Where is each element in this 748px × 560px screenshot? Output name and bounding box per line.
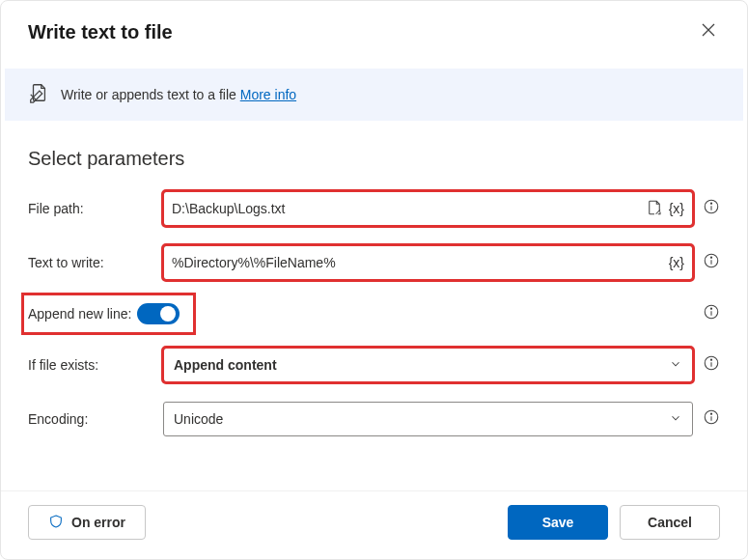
if-file-exists-value: Append content	[174, 357, 277, 373]
more-info-link[interactable]: More info	[240, 87, 296, 102]
svg-point-5	[710, 257, 711, 258]
variable-picker-icon[interactable]: {x}	[669, 255, 684, 270]
field-if-file-exists: Append content	[163, 348, 720, 382]
label-append-new-line: Append new line:	[28, 306, 131, 322]
svg-point-14	[710, 413, 711, 414]
parameters-section: File path: D:\Backup\Logs.txt {x} Text t…	[1, 178, 747, 490]
field-file-path: D:\Backup\Logs.txt {x}	[163, 191, 720, 226]
encoding-value: Unicode	[174, 411, 223, 427]
append-new-line-toggle[interactable]	[137, 303, 180, 324]
close-button[interactable]	[697, 18, 720, 45]
text-to-write-input[interactable]: %Directory%\%FileName% {x}	[163, 245, 693, 280]
dialog-footer: On error Save Cancel	[1, 490, 747, 559]
row-if-file-exists: If file exists: Append content	[28, 338, 720, 392]
svg-point-8	[710, 308, 711, 309]
dialog-title: Write text to file	[28, 21, 173, 43]
info-icon[interactable]	[703, 303, 720, 324]
write-text-dialog: Write text to file Write or appends text…	[0, 0, 748, 560]
on-error-button[interactable]: On error	[28, 505, 146, 540]
cancel-label: Cancel	[648, 515, 692, 530]
field-text-to-write: %Directory%\%FileName% {x}	[163, 245, 720, 280]
row-file-path: File path: D:\Backup\Logs.txt {x}	[28, 182, 720, 236]
shield-icon	[48, 514, 64, 532]
chevron-down-icon	[669, 357, 682, 374]
close-icon	[701, 22, 716, 38]
info-banner: Write or appends text to a file More inf…	[5, 69, 743, 121]
chevron-down-icon	[669, 411, 682, 428]
text-to-write-value: %Directory%\%FileName%	[172, 255, 663, 270]
cancel-button[interactable]: Cancel	[620, 505, 720, 540]
row-encoding: Encoding: Unicode	[28, 392, 720, 446]
save-button[interactable]: Save	[508, 505, 608, 540]
section-title: Select parameters	[1, 123, 747, 178]
file-path-value: D:\Backup\Logs.txt	[172, 201, 640, 216]
banner-text: Write or appends text to a file	[61, 87, 240, 102]
svg-point-11	[710, 359, 711, 360]
row-append-new-line: Append new line:	[28, 290, 720, 338]
info-icon[interactable]	[703, 198, 720, 219]
footer-right: Save Cancel	[508, 505, 720, 540]
encoding-select[interactable]: Unicode	[163, 402, 693, 436]
info-icon[interactable]	[703, 354, 720, 376]
label-text-to-write: Text to write:	[28, 255, 153, 270]
select-file-icon[interactable]	[646, 199, 663, 219]
row-text-to-write: Text to write: %Directory%\%FileName% {x…	[28, 236, 720, 290]
label-encoding: Encoding:	[28, 411, 153, 427]
info-icon[interactable]	[703, 252, 720, 273]
spacer	[199, 303, 720, 324]
variable-picker-icon[interactable]: {x}	[669, 201, 684, 216]
label-file-path: File path:	[28, 201, 153, 216]
write-file-icon	[28, 82, 49, 107]
append-new-line-group: Append new line:	[28, 299, 189, 328]
file-path-input[interactable]: D:\Backup\Logs.txt {x}	[163, 191, 693, 226]
if-file-exists-select[interactable]: Append content	[163, 348, 693, 382]
on-error-label: On error	[71, 515, 125, 530]
save-label: Save	[542, 515, 574, 530]
info-icon[interactable]	[703, 408, 720, 430]
banner-text-wrap: Write or appends text to a file More inf…	[61, 86, 296, 103]
dialog-header: Write text to file	[1, 1, 747, 55]
label-if-file-exists: If file exists:	[28, 357, 153, 373]
svg-point-2	[710, 203, 711, 204]
field-encoding: Unicode	[163, 402, 720, 436]
